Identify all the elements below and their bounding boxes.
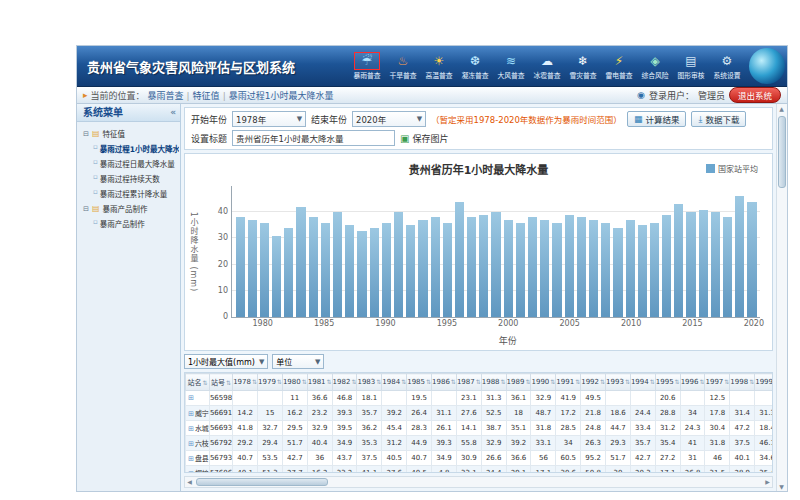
chart-bar[interactable] [321, 223, 330, 317]
breadcrumb-segment[interactable]: 暴雨过程1小时最大降水量 [229, 91, 334, 101]
vertical-scroll-thumb[interactable] [778, 116, 786, 188]
breadcrumb-segment[interactable]: 暴雨普查 [148, 91, 184, 101]
chart-bar[interactable] [284, 228, 293, 317]
chart-bar[interactable] [601, 223, 610, 317]
chart-bar[interactable] [491, 212, 500, 317]
column-header-17[interactable]: 1992⇅ [581, 374, 606, 391]
chart-bar[interactable] [699, 210, 708, 317]
scroll-right-icon[interactable]: ▶ [763, 477, 772, 486]
column-header-23[interactable]: 1998⇅ [730, 374, 755, 391]
calculate-button[interactable]: ▦ 计算结果 [627, 111, 687, 127]
chart-bar[interactable] [467, 217, 476, 317]
sort-icon[interactable]: ⇅ [476, 378, 481, 385]
chart-bar[interactable] [552, 223, 561, 317]
chart-bar[interactable] [406, 225, 415, 317]
sort-icon[interactable]: ⇅ [401, 378, 406, 385]
column-header-1[interactable]: 站名⇅ [186, 374, 210, 391]
chart-bar[interactable] [418, 220, 427, 317]
column-header-11[interactable]: 1986⇅ [432, 374, 457, 391]
chart-bar[interactable] [431, 217, 440, 317]
column-header-7[interactable]: 1982⇅ [332, 374, 357, 391]
expand-icon[interactable]: ⊞ [188, 410, 194, 418]
sort-icon[interactable]: ⇅ [600, 378, 605, 385]
chart-bar[interactable] [455, 202, 464, 317]
sort-icon[interactable]: ⇅ [351, 378, 356, 385]
chart-bar[interactable] [370, 228, 379, 317]
sort-icon[interactable]: ⇅ [675, 378, 680, 385]
chart-bar[interactable] [333, 212, 342, 317]
chart-bar[interactable] [248, 220, 257, 317]
chart-bar[interactable] [516, 223, 525, 317]
column-header-6[interactable]: 1981⇅ [307, 374, 332, 391]
sort-icon[interactable]: ⇅ [327, 378, 332, 385]
column-header-8[interactable]: 1983⇅ [357, 374, 382, 391]
column-header-15[interactable]: 1990⇅ [531, 374, 556, 391]
nav-item-5[interactable]: ≋大风普查 [493, 53, 529, 80]
sort-icon[interactable]: ⇅ [277, 378, 282, 385]
sort-icon[interactable]: ⇅ [525, 378, 530, 385]
column-header-20[interactable]: 1995⇅ [655, 374, 680, 391]
column-header-5[interactable]: 1980⇅ [282, 374, 307, 391]
expand-icon[interactable]: ⊞ [188, 425, 194, 433]
column-header-4[interactable]: 1979⇅ [258, 374, 283, 391]
chart-bar[interactable] [296, 207, 305, 317]
save-image-button[interactable]: ▣ 保存图片 [400, 132, 448, 145]
chart-bar[interactable] [723, 217, 732, 317]
chart-bar[interactable] [540, 220, 549, 317]
column-header-21[interactable]: 1996⇅ [680, 374, 705, 391]
chart-bar[interactable] [504, 220, 513, 317]
nav-item-1[interactable]: ☔暴雨普查 [349, 53, 385, 80]
sort-icon[interactable]: ⇅ [550, 378, 555, 385]
chart-bar[interactable] [638, 225, 647, 317]
download-button[interactable]: ⤓ 数据下载 [691, 111, 746, 127]
chart-title-input[interactable] [232, 130, 395, 146]
column-header-16[interactable]: 1991⇅ [556, 374, 581, 391]
chart-bar[interactable] [443, 223, 452, 317]
chart-bar[interactable] [382, 223, 391, 317]
breadcrumb-segment[interactable]: 特征值 [193, 91, 220, 101]
column-header-12[interactable]: 1987⇅ [456, 374, 481, 391]
tree-item-2-1[interactable]: ▫暴雨产品制作 [78, 216, 179, 231]
nav-item-10[interactable]: ▤图形审核 [673, 53, 709, 80]
sort-icon[interactable]: ⇅ [575, 378, 580, 385]
chart-bar[interactable] [565, 215, 574, 317]
chart-bar[interactable] [309, 217, 318, 317]
scroll-up-icon[interactable]: ▲ [777, 104, 786, 113]
end-year-select[interactable]: 2020年 ▼ [352, 111, 426, 127]
sort-icon[interactable]: ⇅ [252, 378, 257, 385]
column-header-22[interactable]: 1997⇅ [705, 374, 730, 391]
sort-icon[interactable]: ⇅ [226, 379, 231, 386]
station-name-cell[interactable]: ⊞威宁 [186, 406, 210, 421]
column-header-24[interactable]: 1999⇅ [755, 374, 773, 391]
chart-bar[interactable] [626, 220, 635, 317]
sort-icon[interactable]: ⇅ [202, 379, 207, 386]
tree-group-2[interactable]: ⊟▤暴雨产品制作 [78, 201, 179, 216]
nav-item-6[interactable]: ☁冰雹普查 [529, 53, 565, 80]
chart-bar[interactable] [345, 225, 354, 317]
nav-item-9[interactable]: ◈综合风险 [637, 53, 673, 80]
column-header-3[interactable]: 1978⇅ [233, 374, 258, 391]
column-header-13[interactable]: 1988⇅ [481, 374, 506, 391]
sort-icon[interactable]: ⇅ [625, 378, 630, 385]
tree-item-1-1[interactable]: ▫暴雨过程1小时最大降水量 [78, 141, 179, 156]
station-name-cell[interactable]: ⊞盘县 [186, 451, 210, 466]
column-header-14[interactable]: 1989⇅ [506, 374, 531, 391]
sort-icon[interactable]: ⇅ [749, 378, 754, 385]
scroll-down-icon[interactable]: ▼ [777, 482, 786, 491]
nav-item-7[interactable]: ❄雪灾普查 [565, 53, 601, 80]
collapse-icon[interactable]: ⊟ [83, 205, 89, 213]
vertical-scrollbar[interactable]: ▲ ▼ [776, 104, 787, 491]
sort-icon[interactable]: ⇅ [699, 378, 704, 385]
column-header-19[interactable]: 1994⇅ [630, 374, 655, 391]
chart-bar[interactable] [577, 217, 586, 317]
collapse-icon[interactable]: ⊟ [83, 130, 89, 138]
chart-bar[interactable] [272, 236, 281, 317]
station-name-cell[interactable]: ⊞水城 [186, 421, 210, 436]
nav-item-2[interactable]: ♨干旱普查 [385, 53, 421, 80]
column-header-10[interactable]: 1985⇅ [407, 374, 432, 391]
chart-bar[interactable] [528, 217, 537, 317]
station-name-cell[interactable]: ⊞六枝 [186, 436, 210, 451]
sort-icon[interactable]: ⇅ [426, 378, 431, 385]
expand-icon[interactable]: ⊞ [188, 440, 194, 448]
chart-bar[interactable] [613, 228, 622, 317]
